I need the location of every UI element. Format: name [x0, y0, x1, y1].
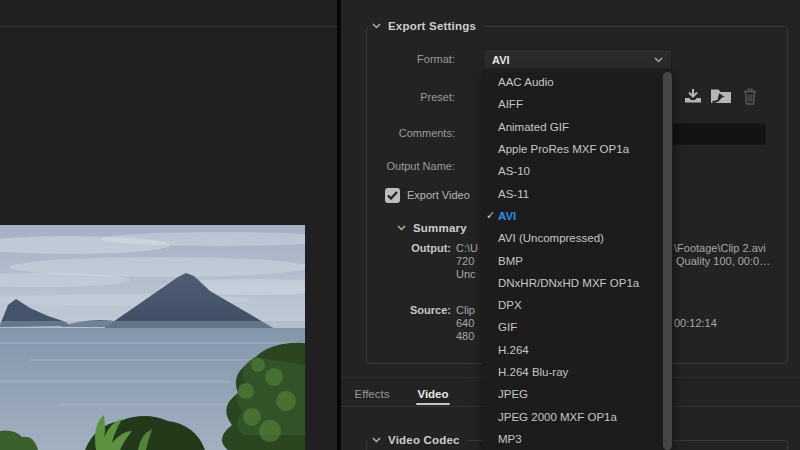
format-option[interactable]: H.264: [483, 339, 673, 361]
format-select[interactable]: AVI: [483, 49, 672, 70]
video-preview-image: [0, 225, 305, 450]
format-option-label: Apple ProRes MXF OP1a: [498, 143, 629, 155]
trash-icon: [743, 88, 757, 105]
format-option-label: DPX: [498, 299, 522, 311]
save-preset-icon: [683, 88, 703, 104]
active-tab-underline: [416, 403, 450, 405]
summary-output-line2: 720: [456, 255, 474, 268]
format-option[interactable]: DPX: [483, 294, 673, 316]
format-option[interactable]: AS-10: [483, 160, 673, 182]
format-option-label: AS-10: [498, 165, 530, 177]
format-option-label: H.264: [498, 344, 529, 356]
export-settings-title: Export Settings: [388, 20, 476, 32]
format-option-label: AAC Audio: [498, 76, 554, 88]
format-option[interactable]: AS-11: [483, 182, 673, 204]
summary-title: Summary: [413, 222, 467, 234]
format-option-label: GIF: [498, 321, 517, 333]
format-option-label: BMP: [498, 255, 523, 267]
chevron-down-icon: [372, 23, 381, 29]
import-preset-icon: [710, 87, 732, 104]
tab-video[interactable]: Video: [415, 387, 451, 402]
format-option-label: MP3: [498, 433, 522, 445]
summary-output-line3: Unc: [456, 268, 476, 281]
export-video-label: Export Video: [407, 189, 470, 202]
format-option-label: DNxHR/DNxHD MXF OP1a: [498, 277, 639, 289]
summary-source-label: Source:: [380, 304, 451, 317]
summary-output-line1-right: \Footage\Clip 2.avi: [674, 242, 766, 255]
video-codec-title: Video Codec: [388, 434, 460, 446]
summary-header[interactable]: Summary: [393, 220, 475, 236]
video-codec-header[interactable]: Video Codec: [368, 432, 468, 448]
format-option-label: AVI: [498, 210, 516, 222]
export-settings-header[interactable]: Export Settings: [368, 18, 484, 34]
preset-label: Preset:: [375, 90, 455, 104]
format-select-value: AVI: [492, 54, 510, 66]
format-option[interactable]: DNxHR/DNxHD MXF OP1a: [483, 272, 673, 294]
save-preset-button[interactable]: [683, 87, 703, 105]
output-name-label: Output Name:: [375, 159, 455, 173]
format-option-label: H.264 Blu-ray: [498, 366, 568, 378]
format-option-label: JPEG 2000 MXF OP1a: [498, 411, 617, 423]
format-option-label: AIFF: [498, 98, 523, 110]
summary-source-line1: Clip: [456, 304, 475, 317]
summary-output-line1: C:\U: [456, 242, 478, 255]
import-preset-button[interactable]: [710, 86, 732, 105]
format-label: Format:: [375, 52, 455, 66]
checkmark-icon: [387, 191, 398, 200]
format-option[interactable]: AAC Audio: [483, 71, 673, 93]
format-option[interactable]: AVI (Uncompressed): [483, 227, 673, 249]
chevron-down-icon: [372, 437, 381, 443]
chevron-down-icon: [654, 57, 663, 63]
format-option-selected[interactable]: ✓AVI: [483, 205, 673, 227]
comments-label: Comments:: [375, 126, 455, 140]
export-settings-dialog: Export Settings Format: AVI Preset:: [0, 0, 800, 450]
summary-source-line2: 640: [456, 317, 474, 330]
format-option[interactable]: GIF: [483, 316, 673, 338]
format-option[interactable]: JPEG 2000 MXF OP1a: [483, 405, 673, 427]
tab-effects[interactable]: Effects: [349, 387, 395, 402]
format-option[interactable]: JPEG: [483, 383, 673, 405]
format-dropdown-list: AAC AudioAIFFAnimated GIFApple ProRes MX…: [483, 71, 673, 450]
format-option-label: AVI (Uncompressed): [498, 232, 604, 244]
format-option[interactable]: MP3: [483, 428, 673, 450]
format-option[interactable]: Animated GIF: [483, 116, 673, 138]
summary-source-line3: 480: [456, 330, 474, 343]
check-icon: ✓: [483, 209, 498, 222]
export-video-checkbox[interactable]: [385, 188, 400, 203]
format-option-label: AS-11: [498, 188, 529, 200]
format-option-label: Animated GIF: [498, 121, 569, 133]
summary-source-line2-right: 00:12:14: [674, 317, 717, 330]
format-option[interactable]: Apple ProRes MXF OP1a: [483, 138, 673, 160]
left-panel-divider-line: [0, 26, 337, 27]
format-option-label: JPEG: [498, 388, 528, 400]
dropdown-scrollbar[interactable]: [663, 72, 672, 450]
delete-preset-button[interactable]: [742, 87, 758, 105]
format-option[interactable]: H.264 Blu-ray: [483, 361, 673, 383]
chevron-down-icon: [397, 225, 406, 231]
summary-output-label: Output:: [380, 242, 451, 255]
summary-output-line2-right: Quality 100, 00:0…: [676, 255, 770, 268]
format-option[interactable]: AIFF: [483, 93, 673, 115]
format-option[interactable]: BMP: [483, 249, 673, 271]
